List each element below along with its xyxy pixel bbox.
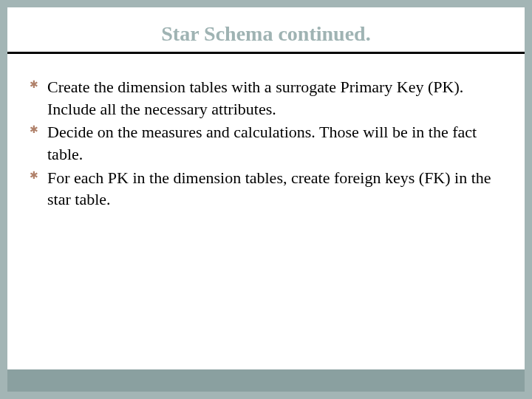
- slide-title: Star Schema continued.: [7, 22, 525, 46]
- list-item: For each PK in the dimension tables, cre…: [28, 167, 504, 211]
- list-item: Decide on the measures and calculations.…: [28, 121, 504, 165]
- bullet-list: Create the dimension tables with a surro…: [28, 76, 504, 211]
- slide: Star Schema continued. Create the dimens…: [7, 7, 525, 392]
- slide-content: Create the dimension tables with a surro…: [7, 54, 525, 369]
- list-item: Create the dimension tables with a surro…: [28, 76, 504, 120]
- slide-header: Star Schema continued.: [7, 7, 525, 52]
- slide-footer: [7, 369, 525, 392]
